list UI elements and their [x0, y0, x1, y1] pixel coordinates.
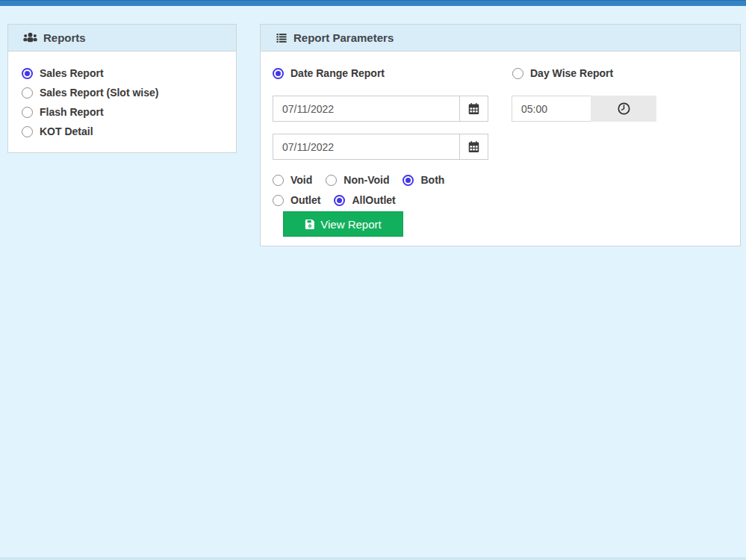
radio-icon[interactable]	[22, 87, 33, 99]
option-void[interactable]: Void	[273, 174, 312, 187]
from-date-input[interactable]	[273, 96, 459, 122]
option-label: Void	[290, 174, 312, 187]
report-parameters-body: Date Range Report Day Wise Report	[261, 52, 740, 237]
radio-icon[interactable]	[273, 175, 284, 186]
footer-strip	[0, 557, 746, 560]
calendar-icon[interactable]	[459, 96, 488, 122]
option-label: AllOutlet	[352, 194, 395, 207]
report-option-label: KOT Detail	[40, 125, 93, 138]
option-alloutlet[interactable]: AllOutlet	[334, 194, 395, 207]
option-label: Date Range Report	[290, 67, 385, 80]
view-report-button[interactable]: View Report	[283, 211, 403, 237]
radio-icon[interactable]	[512, 68, 523, 79]
from-date-group	[273, 96, 488, 122]
radio-icon[interactable]	[22, 126, 33, 137]
users-icon	[23, 32, 37, 43]
to-date-input[interactable]	[273, 134, 459, 160]
option-label: Non-Void	[344, 174, 389, 187]
report-option-label: Flash Report	[40, 106, 104, 119]
option-label: Day Wise Report	[530, 67, 613, 80]
report-option-kot-detail[interactable]: KOT Detail	[22, 125, 221, 138]
clock-icon[interactable]	[591, 96, 656, 122]
radio-icon[interactable]	[273, 195, 284, 206]
option-day-wise-report[interactable]: Day Wise Report	[512, 67, 613, 80]
list-icon	[276, 33, 287, 43]
report-type-row: Date Range Report Day Wise Report	[273, 67, 728, 80]
reports-panel-title: Reports	[43, 31, 86, 44]
view-report-label: View Report	[320, 218, 381, 231]
radio-icon[interactable]	[326, 175, 337, 186]
radio-icon[interactable]	[273, 68, 284, 79]
outlet-options-row: Outlet AllOutlet	[273, 194, 728, 207]
report-option-label: Sales Report	[40, 67, 104, 80]
report-option-flash-report[interactable]: Flash Report	[22, 106, 221, 119]
option-both[interactable]: Both	[402, 174, 444, 187]
date-time-row	[273, 96, 728, 122]
option-label: Outlet	[290, 194, 320, 207]
report-option-sales-report-slot-wise[interactable]: Sales Report (Slot wise)	[22, 87, 221, 99]
day-start-time-group	[512, 96, 656, 122]
radio-icon[interactable]	[22, 68, 33, 79]
report-parameters-panel: Report Parameters Date Range Report Day …	[260, 24, 741, 246]
to-date-group	[273, 134, 488, 160]
report-option-label: Sales Report (Slot wise)	[40, 87, 158, 99]
radio-icon[interactable]	[22, 107, 33, 118]
reports-panel: Reports Sales Report Sales Report (Slot …	[7, 24, 237, 153]
radio-icon[interactable]	[402, 175, 414, 186]
option-outlet[interactable]: Outlet	[273, 194, 320, 207]
calendar-icon[interactable]	[459, 134, 488, 160]
option-date-range-report[interactable]: Date Range Report	[273, 67, 512, 80]
radio-icon[interactable]	[334, 195, 345, 206]
report-parameters-header: Report Parameters	[261, 25, 740, 52]
save-icon	[305, 219, 315, 229]
void-options-row: Void Non-Void Both	[273, 174, 728, 187]
top-navigation-bar	[0, 0, 746, 6]
reports-list: Sales Report Sales Report (Slot wise) Fl…	[8, 52, 236, 138]
reports-panel-header: Reports	[8, 25, 236, 52]
option-label: Both	[420, 174, 444, 187]
report-option-sales-report[interactable]: Sales Report	[22, 67, 221, 80]
option-non-void[interactable]: Non-Void	[326, 174, 389, 187]
to-date-row	[273, 134, 728, 160]
report-parameters-title: Report Parameters	[293, 31, 394, 44]
day-start-time-input[interactable]	[512, 96, 591, 122]
